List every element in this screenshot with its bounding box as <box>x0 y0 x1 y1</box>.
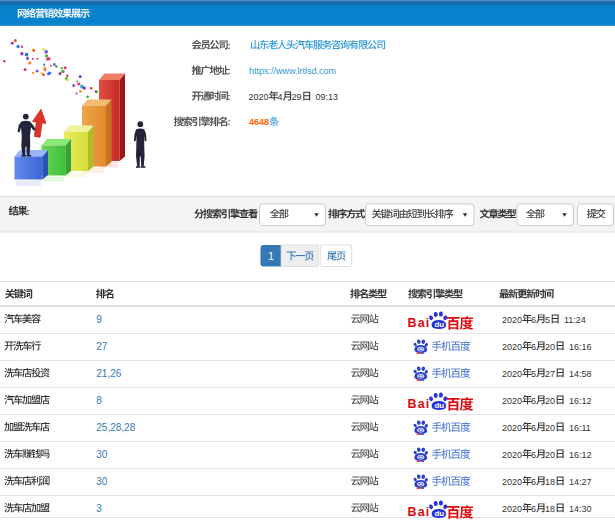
svg-text:30: 30 <box>96 449 108 460</box>
svg-text:6: 6 <box>531 315 536 325</box>
svg-text::: : <box>27 207 30 217</box>
svg-text:6: 6 <box>531 477 536 487</box>
svg-text:https://www.lrtlsd.com: https://www.lrtlsd.com <box>249 66 336 76</box>
svg-text:11:24: 11:24 <box>564 315 586 325</box>
svg-text:25,28,28: 25,28,28 <box>96 422 135 433</box>
svg-text:2020: 2020 <box>502 315 522 325</box>
svg-text:16:12: 16:12 <box>569 396 592 406</box>
svg-text:21,26: 21,26 <box>96 368 121 379</box>
svg-text:4: 4 <box>278 92 283 102</box>
svg-text:2020: 2020 <box>502 423 522 433</box>
svg-text:27: 27 <box>96 341 108 352</box>
svg-text:4648: 4648 <box>249 117 269 127</box>
svg-text:09:13: 09:13 <box>316 92 339 102</box>
svg-text::: : <box>228 117 231 127</box>
svg-text::: : <box>228 41 231 51</box>
svg-text:20: 20 <box>545 450 555 460</box>
svg-text:20: 20 <box>545 342 555 352</box>
svg-text:20: 20 <box>545 396 555 406</box>
svg-text:2020: 2020 <box>502 504 522 514</box>
svg-text:30: 30 <box>96 476 108 487</box>
svg-text:1: 1 <box>268 250 274 262</box>
svg-text:2020: 2020 <box>502 477 522 487</box>
svg-text:20: 20 <box>545 423 555 433</box>
svg-text:3: 3 <box>96 503 102 514</box>
svg-text:14:58: 14:58 <box>569 369 592 379</box>
svg-text:5: 5 <box>531 369 536 379</box>
svg-text:27: 27 <box>545 369 555 379</box>
svg-text:5: 5 <box>545 315 550 325</box>
svg-text:9: 9 <box>96 314 102 325</box>
svg-text:14:30: 14:30 <box>569 504 592 514</box>
svg-text:6: 6 <box>531 504 536 514</box>
svg-text:16:11: 16:11 <box>569 423 591 433</box>
svg-text:2020: 2020 <box>502 369 522 379</box>
svg-text:8: 8 <box>96 395 102 406</box>
svg-text:6: 6 <box>531 450 536 460</box>
svg-text:18: 18 <box>545 504 555 514</box>
svg-text:16:16: 16:16 <box>569 342 592 352</box>
svg-text:2020: 2020 <box>502 450 522 460</box>
svg-text:6: 6 <box>531 342 536 352</box>
svg-text:18: 18 <box>545 477 555 487</box>
svg-text:2020: 2020 <box>249 92 269 102</box>
svg-text::: : <box>228 66 231 76</box>
svg-text:14:27: 14:27 <box>569 477 592 487</box>
svg-text:2020: 2020 <box>502 342 522 352</box>
svg-text:2020: 2020 <box>502 396 522 406</box>
svg-text:6: 6 <box>531 396 536 406</box>
svg-text::: : <box>228 92 231 102</box>
svg-text:16:12: 16:12 <box>569 450 592 460</box>
svg-text:29: 29 <box>292 92 302 102</box>
svg-text:6: 6 <box>531 423 536 433</box>
